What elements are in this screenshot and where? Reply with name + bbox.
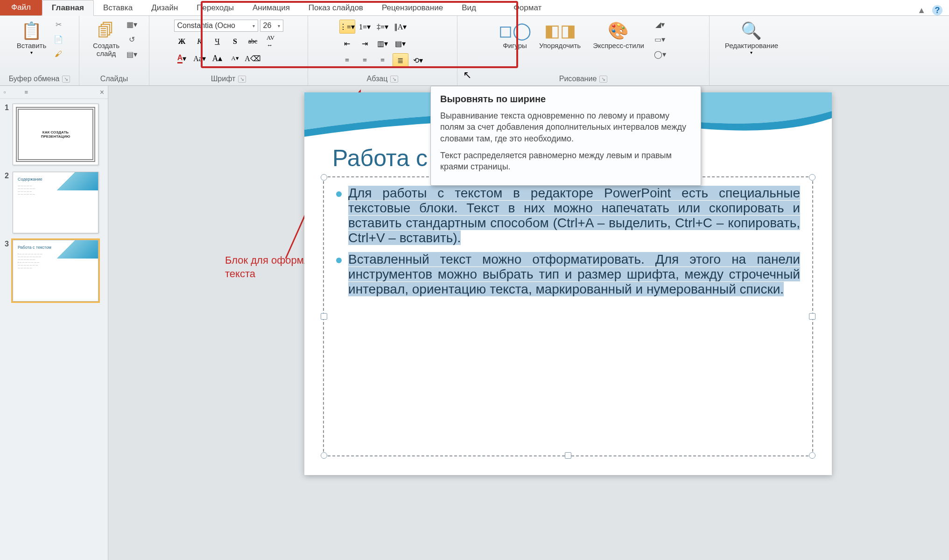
- smartart-button[interactable]: ⟲▾: [410, 53, 426, 67]
- font-size-combo[interactable]: 26▾: [260, 20, 283, 32]
- section-button[interactable]: ▤▾: [125, 48, 138, 61]
- handle-mr[interactable]: [809, 313, 815, 320]
- align-center-button[interactable]: ≡: [357, 53, 373, 67]
- shape-fill-button[interactable]: ◢▾: [654, 18, 667, 31]
- copy-button[interactable]: 📄: [52, 33, 65, 46]
- underline-button[interactable]: Ч: [210, 35, 225, 49]
- clipboard-launcher[interactable]: ↘: [62, 76, 70, 83]
- slide-thumbnails-panel: ▫ ≡ × 1 КАК СОЗДАТЬПРЕЗЕНТАЦИЮ 2 Содержа…: [0, 86, 108, 560]
- close-panel-icon[interactable]: ×: [100, 88, 104, 97]
- tab-design[interactable]: Дизайн: [142, 0, 187, 15]
- group-slides: 🗐 Создать слайд ▦▾ ↺ ▤▾ Слайды: [79, 16, 149, 85]
- thumb-3-number: 3: [5, 240, 9, 301]
- change-case-button[interactable]: Aa▾: [192, 51, 208, 65]
- paste-button[interactable]: 📋 Вставить ▾: [14, 18, 49, 61]
- tab-view[interactable]: Вид: [452, 0, 485, 15]
- find-icon: 🔍: [740, 20, 763, 42]
- align-right-button[interactable]: ≡: [375, 53, 391, 67]
- thumb-2-number: 2: [5, 172, 9, 233]
- tab-format[interactable]: Формат: [504, 0, 551, 15]
- paragraph-launcher[interactable]: ↘: [390, 76, 398, 83]
- slides-label: Слайды: [100, 75, 128, 83]
- columns-button[interactable]: ▥▾: [375, 36, 391, 50]
- slide-thumb-3[interactable]: Работа с текстом • — — — — — — — —— — — …: [13, 240, 98, 301]
- group-drawing: ◻◯ Фигуры ◧◨ Упорядочить 🎨 Экспресс-стил…: [457, 16, 710, 85]
- dec-indent-button[interactable]: ⇤: [339, 36, 355, 50]
- thumb-1-number: 1: [5, 104, 9, 165]
- justify-tooltip: Выровнять по ширине Выравнивание текста …: [430, 86, 701, 186]
- shapes-button[interactable]: ◻◯ Фигуры: [500, 18, 530, 61]
- handle-tl[interactable]: [321, 174, 327, 181]
- cursor-icon: ↖: [463, 69, 471, 81]
- font-launcher[interactable]: ↘: [238, 76, 246, 83]
- group-paragraph: ⋮≡▾ 1≡▾ ‡≡▾ ∥A▾ ⇤ ⇥ ▥▾ ▤▾ ≡ ≡ ≡ ≣ ⟲▾ Абз…: [308, 16, 457, 85]
- bullet-2-text[interactable]: Вставленный текст можно отформатировать.…: [348, 252, 800, 296]
- minimize-ribbon-icon[interactable]: ▲: [917, 6, 926, 15]
- thumbnails-tab-icon[interactable]: ▫: [4, 89, 6, 96]
- tab-animation[interactable]: Анимация: [243, 0, 299, 15]
- shape-effects-button[interactable]: ◯▾: [654, 48, 667, 61]
- handle-bl[interactable]: [321, 452, 327, 459]
- paste-icon: 📋: [21, 20, 43, 42]
- shapes-label: Фигуры: [503, 42, 527, 50]
- ribbon: 📋 Вставить ▾ ✂ 📄 🖌 Буфер обмена↘ 🗐 Созда…: [0, 16, 949, 86]
- text-frame[interactable]: Для работы с текстом в редакторе PowerPo…: [323, 176, 813, 456]
- bullet-icon: [336, 191, 342, 197]
- shape-outline-button[interactable]: ▭▾: [654, 33, 667, 46]
- font-color-button[interactable]: A▾: [174, 51, 190, 65]
- drawing-launcher[interactable]: ↘: [599, 76, 607, 83]
- align-text-button[interactable]: ▤▾: [393, 36, 408, 50]
- cut-button[interactable]: ✂: [52, 18, 65, 31]
- font-family-combo[interactable]: Constantia (Осно▾: [174, 20, 258, 32]
- tooltip-para-1: Выравнивание текста одновременно по лево…: [440, 110, 691, 144]
- clear-format-button[interactable]: A⌫: [245, 51, 261, 65]
- line-spacing-button[interactable]: ‡≡▾: [375, 20, 391, 34]
- editing-button[interactable]: 🔍 Редактирование ▾: [722, 18, 781, 57]
- shadow-button[interactable]: S: [227, 35, 243, 49]
- arrange-label: Упорядочить: [539, 42, 581, 50]
- paste-label: Вставить: [17, 42, 47, 50]
- new-slide-label: Создать слайд: [93, 42, 120, 57]
- slide-thumb-2[interactable]: Содержание — — — — —— — — — — —— — — — —…: [13, 172, 98, 233]
- paragraph-label: Абзац: [367, 75, 388, 83]
- italic-button[interactable]: К: [192, 35, 208, 49]
- tab-home[interactable]: Главная: [42, 0, 94, 16]
- handle-bm[interactable]: [565, 452, 571, 459]
- tooltip-para-2: Текст распределяется равномерно между ле…: [440, 150, 691, 173]
- help-icon[interactable]: ?: [932, 5, 942, 15]
- inc-indent-button[interactable]: ⇥: [357, 36, 373, 50]
- slide-thumb-1[interactable]: КАК СОЗДАТЬПРЕЗЕНТАЦИЮ: [13, 104, 98, 165]
- group-clipboard: 📋 Вставить ▾ ✂ 📄 🖌 Буфер обмена↘: [0, 16, 79, 85]
- tab-slideshow[interactable]: Показ слайдов: [299, 0, 373, 15]
- char-spacing-button[interactable]: AV↔: [263, 35, 279, 49]
- shrink-font-button[interactable]: A▾: [227, 51, 243, 65]
- tab-review[interactable]: Рецензирование: [373, 0, 452, 15]
- quick-styles-button[interactable]: 🎨 Экспресс-стили: [590, 18, 647, 61]
- bullets-button[interactable]: ⋮≡▾: [339, 20, 355, 34]
- clipboard-label: Буфер обмена: [9, 75, 60, 83]
- arrange-button[interactable]: ◧◨ Упорядочить: [536, 18, 583, 61]
- justify-button[interactable]: ≣: [393, 53, 408, 67]
- tab-file[interactable]: Файл: [0, 0, 42, 15]
- handle-br[interactable]: [809, 452, 815, 459]
- bold-button[interactable]: Ж: [174, 35, 190, 49]
- tab-insert[interactable]: Вставка: [94, 0, 142, 15]
- drawing-label: Рисование: [559, 75, 597, 83]
- outline-tab-icon[interactable]: ≡: [25, 89, 28, 96]
- layout-button[interactable]: ▦▾: [125, 18, 138, 31]
- reset-button[interactable]: ↺: [125, 33, 138, 46]
- numbering-button[interactable]: 1≡▾: [357, 20, 373, 34]
- align-left-button[interactable]: ≡: [339, 53, 355, 67]
- styles-label: Экспресс-стили: [593, 42, 644, 50]
- tab-transitions[interactable]: Переходы: [187, 0, 243, 15]
- handle-ml[interactable]: [321, 313, 327, 320]
- new-slide-button[interactable]: 🗐 Создать слайд: [90, 18, 122, 61]
- handle-tr[interactable]: [809, 174, 815, 181]
- tooltip-title: Выровнять по ширине: [440, 94, 691, 105]
- format-painter-button[interactable]: 🖌: [52, 48, 65, 61]
- ribbon-tabs: Файл Главная Вставка Дизайн Переходы Ани…: [0, 0, 949, 16]
- text-direction-button[interactable]: ∥A▾: [393, 20, 408, 34]
- bullet-1-text[interactable]: Для работы с текстом в редакторе PowerPo…: [348, 186, 800, 245]
- strike-button[interactable]: abc: [245, 35, 261, 49]
- grow-font-button[interactable]: A▴: [210, 51, 225, 65]
